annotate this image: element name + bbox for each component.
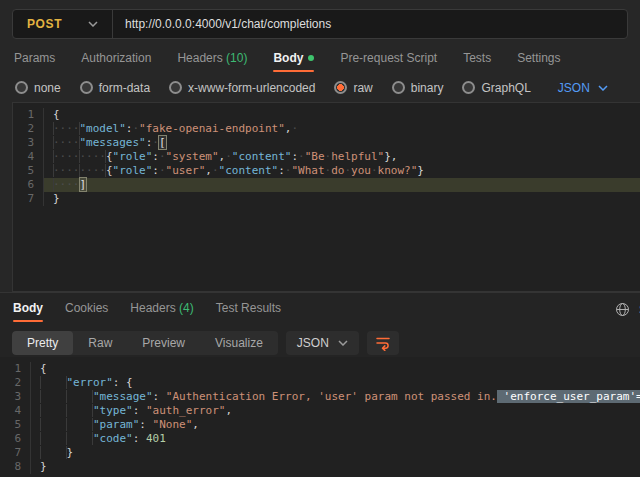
url-row: POST http://0.0.0.0:4000/v1/chat/complet… — [0, 0, 640, 46]
tab-label: Body — [13, 301, 43, 315]
code-line[interactable]: 1{ — [13, 108, 640, 122]
tab-label: Headers — [130, 301, 175, 315]
response-tab-headers[interactable]: Headers (4) — [130, 297, 193, 322]
response-panel: BodyCookiesHeaders (4)Test Results S Pre… — [0, 292, 640, 477]
code-line[interactable]: 7 } — [0, 446, 640, 460]
token-bm: [ — [159, 136, 166, 149]
line-number: 1 — [0, 362, 30, 376]
view-raw[interactable]: Raw — [73, 331, 127, 355]
code-line[interactable]: 1{ — [0, 362, 640, 376]
code-line[interactable]: 4········{"role":·"system",·"content":·"… — [13, 150, 640, 164]
tab-count-badge: (10) — [223, 51, 248, 65]
radio-icon — [462, 81, 475, 94]
token-key: "model" — [80, 122, 126, 135]
body-type-graphql[interactable]: GraphQL — [462, 81, 530, 95]
tab-count-badge: (4) — [176, 301, 194, 315]
code-line-content: { — [30, 362, 640, 376]
token-punc: , — [192, 418, 199, 431]
line-number: 1 — [13, 108, 43, 122]
body-type-binary[interactable]: binary — [392, 81, 444, 95]
request-body-editor[interactable]: 1{2····"model":·"fake-openai-endpoint",·… — [12, 102, 640, 292]
request-tab-authorization[interactable]: Authorization — [81, 47, 151, 72]
body-type-x-www-form-urlencoded[interactable]: x-www-form-urlencoded — [169, 81, 315, 95]
code-line[interactable]: 3 "message": "Authentication Error, 'use… — [0, 390, 640, 404]
code-line-content: "param": "None", — [30, 418, 640, 432]
response-language-label: JSON — [297, 336, 329, 350]
response-body-editor[interactable]: 1{2 "error": {3 "message": "Authenticati… — [0, 357, 640, 477]
language-select[interactable]: JSON — [558, 81, 608, 95]
response-language-select[interactable]: JSON — [286, 331, 359, 355]
code-line-content: "error": { — [30, 376, 640, 390]
code-line[interactable]: 3····"messages":·[ — [13, 136, 640, 150]
tab-label: Cookies — [65, 301, 108, 315]
method-select[interactable]: POST — [13, 10, 112, 38]
response-tab-cookies[interactable]: Cookies — [65, 297, 108, 322]
code-line-content: "type": "auth_error", — [30, 404, 640, 418]
token-sp — [40, 418, 93, 431]
code-line-content: } — [30, 460, 640, 474]
code-line[interactable]: 2····"model":·"fake-openai-endpoint",· — [13, 122, 640, 136]
unsaved-dot-icon — [308, 55, 314, 61]
body-type-label: form-data — [99, 81, 150, 95]
response-tab-body[interactable]: Body — [13, 297, 43, 322]
request-tab-body[interactable]: Body — [273, 47, 314, 72]
line-number: 5 — [13, 164, 43, 178]
radio-icon — [80, 81, 93, 94]
view-pretty[interactable]: Pretty — [12, 331, 73, 355]
token-key: "error" — [67, 376, 113, 389]
body-type-row: noneform-datax-www-form-urlencodedrawbin… — [0, 73, 640, 102]
view-preview[interactable]: Preview — [127, 331, 200, 355]
radio-icon — [15, 81, 28, 94]
response-tabs: BodyCookiesHeaders (4)Test Results — [13, 293, 281, 326]
request-panel: POST http://0.0.0.0:4000/v1/chat/complet… — [0, 0, 640, 292]
body-type-form-data[interactable]: form-data — [80, 81, 150, 95]
code-line[interactable]: 6 "code": 401 — [0, 432, 640, 446]
code-line[interactable]: 4 "type": "auth_error", — [0, 404, 640, 418]
url-input[interactable]: http://0.0.0.0:4000/v1/chat/completions — [113, 17, 627, 31]
token-str: "fake-openai-endpoint" — [139, 122, 285, 135]
token-key: "param" — [93, 418, 139, 431]
token-key: "role" — [113, 164, 153, 177]
token-punc: : — [139, 418, 152, 431]
token-key: "type" — [93, 404, 133, 417]
token-str: "What — [291, 164, 324, 177]
token-sp — [40, 404, 93, 417]
line-number: 4 — [0, 404, 30, 418]
code-line[interactable]: 8} — [0, 460, 640, 474]
token-ws: · — [298, 150, 305, 163]
token-ws: ········ — [53, 164, 106, 177]
token-str: "system" — [166, 150, 219, 163]
code-line[interactable]: 7} — [13, 192, 640, 206]
request-tab-pre-request-script[interactable]: Pre-request Script — [340, 47, 437, 72]
token-num: 401 — [146, 432, 166, 445]
response-view-switcher: PrettyRawPreviewVisualize — [12, 331, 278, 355]
body-type-none[interactable]: none — [15, 81, 61, 95]
request-tab-tests[interactable]: Tests — [463, 47, 491, 72]
token-sp — [40, 432, 93, 445]
response-tabs-row: BodyCookiesHeaders (4)Test Results S — [0, 293, 640, 326]
wrap-text-button[interactable] — [367, 331, 399, 355]
code-line[interactable]: 2 "error": { — [0, 376, 640, 390]
response-tab-test-results[interactable]: Test Results — [216, 297, 281, 322]
request-tab-params[interactable]: Params — [14, 47, 55, 72]
request-tab-headers[interactable]: Headers (10) — [177, 47, 247, 72]
token-sel: 'enforce_user_param'=True" — [497, 390, 640, 403]
view-visualize[interactable]: Visualize — [200, 331, 278, 355]
token-key: "role" — [113, 150, 153, 163]
line-number: 4 — [13, 150, 43, 164]
token-str: "user" — [166, 164, 206, 177]
radio-icon — [334, 81, 347, 94]
token-ws: ···· — [53, 178, 80, 191]
token-punc: : — [153, 390, 166, 403]
token-key: "code" — [93, 432, 133, 445]
code-line[interactable]: 5 "param": "None", — [0, 418, 640, 432]
code-line[interactable]: 5········{"role":·"user",·"content":·"Wh… — [13, 164, 640, 178]
body-type-raw[interactable]: raw — [334, 81, 372, 95]
token-punc: { — [40, 362, 47, 375]
active-tab-underline — [273, 70, 314, 72]
code-line[interactable]: 6····] — [13, 178, 640, 192]
request-tab-settings[interactable]: Settings — [517, 47, 560, 72]
globe-icon[interactable] — [615, 302, 630, 317]
token-ws: · — [371, 164, 378, 177]
body-type-label: binary — [411, 81, 444, 95]
